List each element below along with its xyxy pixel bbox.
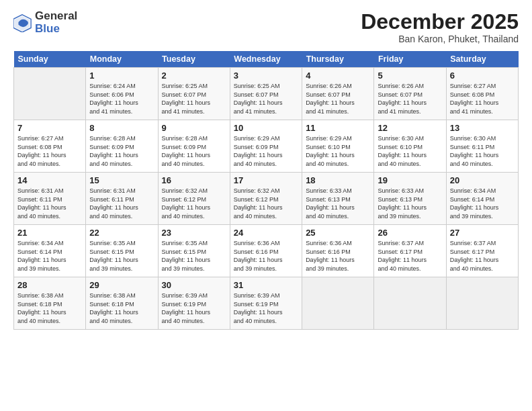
- day-number: 9: [162, 123, 226, 133]
- logo-text: General Blue: [35, 10, 77, 35]
- weekday-header-tuesday: Tuesday: [158, 51, 230, 68]
- day-cell: 22Sunrise: 6:35 AMSunset: 6:15 PMDayligh…: [86, 225, 158, 277]
- logo-general: General: [35, 9, 77, 22]
- logo-icon: [13, 13, 32, 32]
- title-area: December 2025 Ban Karon, Phuket, Thailan…: [361, 10, 519, 44]
- day-info: Sunrise: 6:37 AMSunset: 6:17 PMDaylight:…: [450, 239, 515, 273]
- day-info: Sunrise: 6:38 AMSunset: 6:18 PMDaylight:…: [17, 291, 82, 325]
- day-number: 30: [162, 280, 226, 290]
- day-info: Sunrise: 6:39 AMSunset: 6:19 PMDaylight:…: [234, 291, 298, 325]
- day-info: Sunrise: 6:25 AMSunset: 6:07 PMDaylight:…: [162, 82, 226, 116]
- day-cell: 3Sunrise: 6:25 AMSunset: 6:07 PMDaylight…: [230, 68, 302, 120]
- day-cell: 1Sunrise: 6:24 AMSunset: 6:06 PMDaylight…: [86, 68, 158, 120]
- day-number: 26: [378, 228, 442, 238]
- week-row-1: 1Sunrise: 6:24 AMSunset: 6:06 PMDaylight…: [14, 68, 519, 120]
- day-cell: 28Sunrise: 6:38 AMSunset: 6:18 PMDayligh…: [14, 277, 86, 330]
- day-cell: 10Sunrise: 6:29 AMSunset: 6:09 PMDayligh…: [230, 120, 302, 173]
- day-info: Sunrise: 6:25 AMSunset: 6:07 PMDaylight:…: [234, 82, 298, 116]
- day-info: Sunrise: 6:32 AMSunset: 6:12 PMDaylight:…: [162, 187, 226, 220]
- day-cell: 31Sunrise: 6:39 AMSunset: 6:19 PMDayligh…: [230, 277, 302, 330]
- weekday-header-saturday: Saturday: [446, 51, 518, 68]
- day-info: Sunrise: 6:27 AMSunset: 6:08 PMDaylight:…: [450, 82, 515, 116]
- weekday-header-monday: Monday: [86, 51, 158, 68]
- location: Ban Karon, Phuket, Thailand: [361, 34, 519, 44]
- week-row-2: 7Sunrise: 6:27 AMSunset: 6:08 PMDaylight…: [14, 120, 519, 173]
- day-cell: [446, 277, 518, 330]
- day-number: 21: [17, 228, 82, 238]
- day-cell: 4Sunrise: 6:26 AMSunset: 6:07 PMDaylight…: [302, 68, 374, 120]
- day-cell: [14, 68, 86, 120]
- day-info: Sunrise: 6:32 AMSunset: 6:12 PMDaylight:…: [234, 187, 298, 220]
- weekday-header-thursday: Thursday: [302, 51, 374, 68]
- weekday-header-wednesday: Wednesday: [230, 51, 302, 68]
- weekday-header-sunday: Sunday: [14, 51, 86, 68]
- day-number: 1: [89, 71, 154, 81]
- day-number: 14: [17, 175, 82, 185]
- day-number: 2: [162, 71, 226, 81]
- day-cell: 21Sunrise: 6:34 AMSunset: 6:14 PMDayligh…: [14, 225, 86, 277]
- day-cell: 13Sunrise: 6:30 AMSunset: 6:11 PMDayligh…: [446, 120, 518, 173]
- day-info: Sunrise: 6:30 AMSunset: 6:10 PMDaylight:…: [378, 134, 442, 168]
- day-number: 13: [450, 123, 515, 133]
- calendar-page: General Blue December 2025 Ban Karon, Ph…: [0, 0, 532, 411]
- day-info: Sunrise: 6:26 AMSunset: 6:07 PMDaylight:…: [378, 82, 442, 116]
- day-info: Sunrise: 6:28 AMSunset: 6:09 PMDaylight:…: [89, 134, 154, 168]
- day-cell: 29Sunrise: 6:38 AMSunset: 6:18 PMDayligh…: [86, 277, 158, 330]
- day-info: Sunrise: 6:34 AMSunset: 6:14 PMDaylight:…: [17, 239, 82, 273]
- day-number: 19: [378, 175, 442, 185]
- day-cell: 19Sunrise: 6:33 AMSunset: 6:13 PMDayligh…: [374, 173, 446, 225]
- day-number: 23: [162, 228, 226, 238]
- day-cell: 12Sunrise: 6:30 AMSunset: 6:10 PMDayligh…: [374, 120, 446, 173]
- day-info: Sunrise: 6:27 AMSunset: 6:08 PMDaylight:…: [17, 134, 82, 168]
- header: General Blue December 2025 Ban Karon, Ph…: [13, 10, 519, 44]
- day-number: 24: [234, 228, 298, 238]
- day-cell: [374, 277, 446, 330]
- day-number: 17: [234, 175, 298, 185]
- day-number: 16: [162, 175, 226, 185]
- day-number: 3: [234, 71, 298, 81]
- day-info: Sunrise: 6:24 AMSunset: 6:06 PMDaylight:…: [89, 82, 154, 116]
- day-info: Sunrise: 6:39 AMSunset: 6:19 PMDaylight:…: [162, 291, 226, 325]
- day-number: 15: [89, 175, 154, 185]
- day-cell: 7Sunrise: 6:27 AMSunset: 6:08 PMDaylight…: [14, 120, 86, 173]
- day-number: 5: [378, 71, 442, 81]
- day-cell: 24Sunrise: 6:36 AMSunset: 6:16 PMDayligh…: [230, 225, 302, 277]
- week-row-5: 28Sunrise: 6:38 AMSunset: 6:18 PMDayligh…: [14, 277, 519, 330]
- day-info: Sunrise: 6:31 AMSunset: 6:11 PMDaylight:…: [17, 187, 82, 220]
- day-cell: 26Sunrise: 6:37 AMSunset: 6:17 PMDayligh…: [374, 225, 446, 277]
- day-number: 11: [306, 123, 370, 133]
- day-info: Sunrise: 6:29 AMSunset: 6:09 PMDaylight:…: [234, 134, 298, 168]
- day-number: 18: [306, 175, 370, 185]
- day-cell: 6Sunrise: 6:27 AMSunset: 6:08 PMDaylight…: [446, 68, 518, 120]
- week-row-4: 21Sunrise: 6:34 AMSunset: 6:14 PMDayligh…: [14, 225, 519, 277]
- day-info: Sunrise: 6:33 AMSunset: 6:13 PMDaylight:…: [378, 187, 442, 220]
- day-info: Sunrise: 6:36 AMSunset: 6:16 PMDaylight:…: [234, 239, 298, 273]
- day-info: Sunrise: 6:31 AMSunset: 6:11 PMDaylight:…: [89, 187, 154, 220]
- day-number: 22: [89, 228, 154, 238]
- weekday-header-row: SundayMondayTuesdayWednesdayThursdayFrid…: [14, 51, 519, 68]
- day-number: 20: [450, 175, 515, 185]
- day-number: 12: [378, 123, 442, 133]
- day-info: Sunrise: 6:36 AMSunset: 6:16 PMDaylight:…: [306, 239, 370, 273]
- day-cell: 14Sunrise: 6:31 AMSunset: 6:11 PMDayligh…: [14, 173, 86, 225]
- logo-blue: Blue: [35, 22, 60, 35]
- day-info: Sunrise: 6:35 AMSunset: 6:15 PMDaylight:…: [89, 239, 154, 273]
- day-number: 29: [89, 280, 154, 290]
- week-row-3: 14Sunrise: 6:31 AMSunset: 6:11 PMDayligh…: [14, 173, 519, 225]
- calendar-table: SundayMondayTuesdayWednesdayThursdayFrid…: [13, 51, 519, 330]
- day-info: Sunrise: 6:29 AMSunset: 6:10 PMDaylight:…: [306, 134, 370, 168]
- day-number: 4: [306, 71, 370, 81]
- day-number: 28: [17, 280, 82, 290]
- day-cell: 25Sunrise: 6:36 AMSunset: 6:16 PMDayligh…: [302, 225, 374, 277]
- day-number: 8: [89, 123, 154, 133]
- day-cell: 17Sunrise: 6:32 AMSunset: 6:12 PMDayligh…: [230, 173, 302, 225]
- day-number: 31: [234, 280, 298, 290]
- day-cell: 18Sunrise: 6:33 AMSunset: 6:13 PMDayligh…: [302, 173, 374, 225]
- day-info: Sunrise: 6:28 AMSunset: 6:09 PMDaylight:…: [162, 134, 226, 168]
- day-cell: 8Sunrise: 6:28 AMSunset: 6:09 PMDaylight…: [86, 120, 158, 173]
- day-cell: 5Sunrise: 6:26 AMSunset: 6:07 PMDaylight…: [374, 68, 446, 120]
- day-number: 7: [17, 123, 82, 133]
- day-info: Sunrise: 6:26 AMSunset: 6:07 PMDaylight:…: [306, 82, 370, 116]
- logo: General Blue: [13, 10, 77, 35]
- day-cell: 30Sunrise: 6:39 AMSunset: 6:19 PMDayligh…: [158, 277, 230, 330]
